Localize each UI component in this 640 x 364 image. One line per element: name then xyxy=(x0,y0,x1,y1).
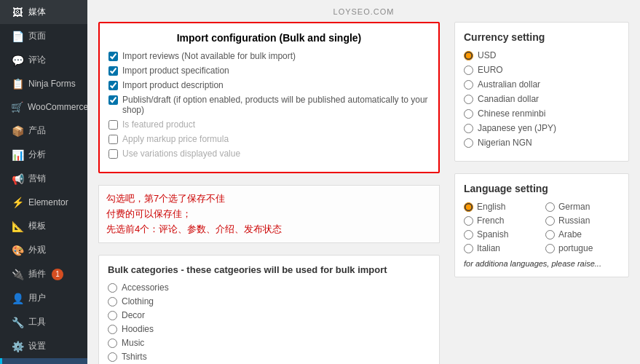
category-label: Decor xyxy=(122,310,145,320)
language-setting: Language setting English German French xyxy=(454,173,629,277)
marketing-icon: 📢 xyxy=(11,173,24,185)
pages-icon: 📄 xyxy=(11,31,24,42)
sidebar-item-label: Ninja Forms xyxy=(28,79,76,89)
media-icon: 🖼 xyxy=(11,7,24,18)
category-accessories[interactable]: Accessories xyxy=(108,282,430,293)
lang-german[interactable]: German xyxy=(545,202,620,212)
plugins-badge: 1 xyxy=(52,269,63,280)
sidebar-item-analytics[interactable]: 📊 分析 xyxy=(0,143,87,167)
checkbox-label: Apply markup price formula xyxy=(122,134,229,144)
checkbox-label: Is featured product xyxy=(122,119,195,130)
lang-french[interactable]: French xyxy=(464,215,538,226)
sidebar-item-pages[interactable]: 📄 页面 xyxy=(0,24,87,48)
checkbox-variations-value[interactable]: Use variations displayed value xyxy=(108,149,430,159)
annotation-line1: 勾选吧，第7个选了保存不佳 xyxy=(106,191,432,207)
sidebar-item-label: 设置 xyxy=(28,340,46,352)
currency-cad[interactable]: Canadian dollar xyxy=(464,94,620,104)
currency-usd[interactable]: USD xyxy=(464,50,620,60)
sidebar-item-label: 工具 xyxy=(28,316,46,328)
sidebar-item-theshark[interactable]: 🦈 theShark dropshipping for AliExpress xyxy=(0,358,87,364)
tools-icon: 🔧 xyxy=(11,317,24,328)
bulk-categories: Bulk categories - these catgeories will … xyxy=(98,255,440,364)
elementor-icon: ⚡ xyxy=(11,197,24,208)
sidebar-item-elementor[interactable]: ⚡ Elementor xyxy=(0,191,87,214)
sidebar-item-products[interactable]: 📦 产品 xyxy=(0,119,87,143)
checkbox-import-description[interactable]: Import product description xyxy=(108,80,430,90)
lang-english[interactable]: English xyxy=(464,202,538,212)
lang-label: French xyxy=(477,215,504,226)
checkbox-import-reviews[interactable]: Import reviews (Not available for bulk i… xyxy=(108,51,430,61)
checkbox-publish-draft[interactable]: Publish/draft (if option enabled, produc… xyxy=(108,95,430,115)
currency-cny[interactable]: Chinese renminbi xyxy=(464,108,620,119)
currency-label: Japanese yen (JPY) xyxy=(478,123,556,133)
category-tshirts[interactable]: Tshirts xyxy=(108,352,430,362)
sidebar-item-ninja-forms[interactable]: 📋 Ninja Forms xyxy=(0,72,87,95)
language-setting-title: Language setting xyxy=(464,183,620,194)
checkbox-featured-product[interactable]: Is featured product xyxy=(108,119,430,130)
checkbox-label: Import product specification xyxy=(122,66,229,76)
lang-portugue[interactable]: portugue xyxy=(545,243,620,253)
main-content: LOYSEO.COM Import configuration (Bulk an… xyxy=(87,0,640,364)
bulk-categories-title: Bulk categories - these catgeories will … xyxy=(108,264,430,275)
sidebar-item-marketing[interactable]: 📢 营销 xyxy=(0,167,87,191)
import-config-title: Import configuration (Bulk and single) xyxy=(108,32,430,44)
sidebar-item-label: Elementor xyxy=(28,197,68,207)
appearance-icon: 🎨 xyxy=(11,245,24,256)
sidebar-item-comments[interactable]: 💬 评论 xyxy=(0,48,87,72)
lang-arabe[interactable]: Arabe xyxy=(545,229,620,240)
templates-icon: 📐 xyxy=(11,221,24,232)
currency-aud[interactable]: Australian dollar xyxy=(464,79,620,90)
currency-ngn[interactable]: Nigerian NGN xyxy=(464,138,620,148)
currency-label: Australian dollar xyxy=(478,79,540,90)
category-label: Tshirts xyxy=(122,352,147,362)
annotation-line2: 付费的可以保存佳； xyxy=(106,207,432,222)
watermark: LOYSEO.COM xyxy=(98,7,629,16)
category-label: Music xyxy=(122,338,144,348)
category-label: Clothing xyxy=(122,296,154,306)
sidebar-item-label: 页面 xyxy=(28,30,46,42)
analytics-icon: 📊 xyxy=(11,149,24,161)
sidebar-item-appearance[interactable]: 🎨 外观 xyxy=(0,238,87,262)
lang-label: English xyxy=(477,202,505,212)
ninja-forms-icon: 📋 xyxy=(11,78,24,90)
settings-icon: ⚙️ xyxy=(11,341,24,352)
category-clothing[interactable]: Clothing xyxy=(108,296,430,306)
category-music[interactable]: Music xyxy=(108,338,430,348)
sidebar-item-label: 插件 xyxy=(28,268,46,280)
lang-italian[interactable]: Italian xyxy=(464,243,538,253)
sidebar-item-label: 外观 xyxy=(28,244,46,256)
sidebar-item-media[interactable]: 🖼 媒体 xyxy=(0,0,87,24)
import-config-box: Import configuration (Bulk and single) I… xyxy=(98,22,440,173)
sidebar-item-settings[interactable]: ⚙️ 设置 xyxy=(0,334,87,358)
users-icon: 👤 xyxy=(11,293,24,304)
category-decor[interactable]: Decor xyxy=(108,310,430,320)
currency-label: Chinese renminbi xyxy=(478,108,545,119)
sidebar-item-templates[interactable]: 📐 模板 xyxy=(0,214,87,238)
products-icon: 📦 xyxy=(11,125,24,137)
checkbox-label: Use variations displayed value xyxy=(122,149,240,159)
category-hoodies[interactable]: Hoodies xyxy=(108,324,430,334)
sidebar-item-label: 媒体 xyxy=(28,6,46,18)
sidebar: 🖼 媒体 📄 页面 💬 评论 📋 Ninja Forms 🛒 WooCommer… xyxy=(0,0,87,364)
checkbox-import-specification[interactable]: Import product specification xyxy=(108,66,430,76)
sidebar-item-woocommerce[interactable]: 🛒 WooCommerce xyxy=(0,95,87,119)
sidebar-item-plugins[interactable]: 🔌 插件 1 xyxy=(0,262,87,286)
language-grid: English German French Russian xyxy=(464,202,620,253)
currency-label: EURO xyxy=(478,65,503,75)
currency-euro[interactable]: EURO xyxy=(464,65,620,75)
currency-label: USD xyxy=(478,50,496,60)
category-label: Hoodies xyxy=(122,324,154,334)
sidebar-item-users[interactable]: 👤 用户 xyxy=(0,286,87,310)
sidebar-item-label: 用户 xyxy=(28,292,46,304)
sidebar-item-tools[interactable]: 🔧 工具 xyxy=(0,310,87,334)
checkbox-markup-price[interactable]: Apply markup price formula xyxy=(108,134,430,144)
lang-label: portugue xyxy=(558,243,593,253)
lang-spanish[interactable]: Spanish xyxy=(464,229,538,240)
currency-jpy[interactable]: Japanese yen (JPY) xyxy=(464,123,620,133)
category-label: Accessories xyxy=(122,282,169,293)
sidebar-item-label: 分析 xyxy=(28,149,46,161)
currency-setting: Currency setting USD EURO Australian dol… xyxy=(454,22,629,162)
lang-label: Spanish xyxy=(477,229,508,240)
sidebar-item-label: 营销 xyxy=(28,173,46,185)
lang-russian[interactable]: Russian xyxy=(545,215,620,226)
